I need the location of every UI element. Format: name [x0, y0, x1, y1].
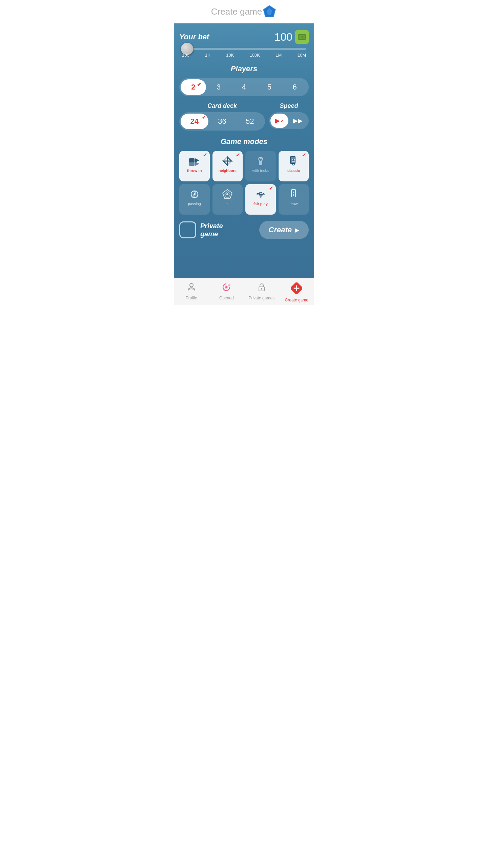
deck-option-24[interactable]: 24✔ — [181, 114, 208, 129]
svg-marker-15 — [223, 157, 227, 161]
mode-classic[interactable]: classic — [279, 151, 309, 181]
draw-icon — [287, 188, 300, 200]
svg-rect-18 — [259, 161, 262, 165]
nav-profile-label: Profile — [186, 296, 197, 300]
create-game-icon — [291, 282, 302, 296]
bet-value-row: 100 $ — [274, 30, 309, 44]
players-selector: 2✔ 3 4 5 6 — [179, 78, 309, 96]
mode-with-tricks[interactable]: with tricks — [245, 151, 276, 181]
opened-svg — [222, 282, 231, 292]
speed-section: Speed ▶✔ ▶▶ — [269, 102, 309, 129]
card-deck-section: Card deck 24✔ 36 52 — [179, 102, 265, 131]
private-game-checkbox[interactable] — [179, 221, 196, 238]
mode-neighbors-label: neighbors — [219, 169, 237, 173]
classic-icon — [287, 155, 300, 167]
mode-all[interactable]: all — [212, 184, 243, 215]
svg-point-38 — [225, 286, 227, 288]
bet-label: Your bet — [179, 33, 209, 41]
svg-marker-10 — [195, 158, 199, 162]
svg-rect-11 — [189, 162, 195, 166]
private-game-label: Private game — [200, 222, 223, 238]
svg-point-33 — [190, 283, 193, 287]
nav-opened-label: Opened — [219, 296, 234, 300]
nav-opened[interactable]: Opened — [209, 281, 244, 304]
gem-icon — [262, 4, 277, 19]
deck-option-52[interactable]: 52 — [236, 114, 264, 129]
player-option-5[interactable]: 5 — [257, 79, 282, 95]
speed-fast[interactable]: ▶▶ — [288, 114, 307, 128]
mode-classic-label: classic — [287, 169, 300, 173]
nav-private-games-label: Private games — [248, 296, 274, 300]
passing-icon — [188, 188, 201, 200]
svg-point-28 — [226, 193, 228, 195]
deck-option-36[interactable]: 36 — [208, 114, 236, 129]
slider-labels: 100 1K 10K 100K 1M 10M — [179, 53, 309, 58]
bet-value: 100 — [274, 31, 292, 43]
create-button-arrow: ▶ — [295, 227, 299, 233]
mode-passing[interactable]: passing — [179, 184, 210, 215]
mode-passing-label: passing — [188, 202, 201, 206]
money-svg: $ — [297, 32, 307, 42]
mode-all-label: all — [226, 202, 229, 206]
main-content: Your bet 100 $ 100 1K 10K 100K — [174, 23, 314, 278]
player-option-6[interactable]: 6 — [282, 79, 307, 95]
slider-track — [182, 48, 306, 50]
private-games-icon — [257, 282, 266, 294]
bet-slider[interactable]: 100 1K 10K 100K 1M 10M — [179, 48, 309, 58]
page-title: Create game — [211, 6, 262, 17]
header: Create game — [174, 0, 314, 23]
opened-icon — [222, 282, 231, 294]
money-icon: $ — [295, 30, 309, 44]
mode-throw-in[interactable]: throw-in — [179, 151, 210, 181]
slider-label-100: 100 — [182, 53, 189, 58]
svg-point-36 — [190, 287, 192, 289]
speed-selector: ▶✔ ▶▶ — [269, 112, 309, 129]
mode-draw-label: draw — [289, 202, 298, 206]
slider-label-10m: 10M — [298, 53, 306, 58]
speed-normal[interactable]: ▶✔ — [270, 114, 288, 128]
player-option-3[interactable]: 3 — [206, 79, 231, 95]
slider-label-1k: 1K — [205, 53, 210, 58]
slider-label-10k: 10K — [226, 53, 234, 58]
nav-profile[interactable]: Profile — [174, 281, 209, 304]
svg-point-31 — [293, 192, 294, 193]
svg-marker-14 — [223, 161, 227, 165]
player-option-2[interactable]: 2✔ — [181, 79, 206, 95]
player-option-4[interactable]: 4 — [231, 79, 257, 95]
profile-icon — [187, 282, 196, 294]
nav-create-game[interactable]: Create game — [279, 281, 314, 304]
svg-point-40 — [228, 284, 230, 286]
mode-fair-play[interactable]: fair play — [245, 184, 276, 215]
game-modes-title: Game modes — [179, 137, 309, 146]
mode-with-tricks-label: with tricks — [252, 169, 269, 173]
bottom-nav: Profile Opened Private games — [174, 278, 314, 305]
all-icon — [221, 188, 233, 200]
private-game-section: Private game — [179, 221, 223, 238]
mode-neighbors[interactable]: neighbors — [212, 151, 243, 181]
svg-rect-30 — [291, 190, 296, 197]
nav-private-games[interactable]: Private games — [244, 281, 279, 304]
mode-draw[interactable]: draw — [279, 184, 309, 215]
svg-point-42 — [261, 288, 262, 290]
private-games-svg — [257, 282, 266, 292]
game-modes-grid: throw-in neighbors with tricks — [179, 151, 309, 215]
speed-label: Speed — [269, 102, 309, 110]
create-button[interactable]: Create ▶ — [259, 221, 309, 239]
svg-point-32 — [293, 194, 294, 196]
nav-create-game-label: Create game — [285, 298, 308, 302]
svg-point-23 — [292, 159, 295, 162]
players-title: Players — [179, 64, 309, 73]
svg-rect-20 — [259, 157, 262, 158]
card-deck-label: Card deck — [179, 102, 265, 110]
deck-selector: 24✔ 36 52 — [179, 112, 265, 131]
neighbors-icon — [221, 155, 233, 167]
svg-point-25 — [194, 193, 196, 195]
mode-fair-play-label: fair play — [253, 202, 268, 206]
with-tricks-icon — [255, 155, 267, 167]
bet-row: Your bet 100 $ — [179, 30, 309, 44]
svg-marker-12 — [195, 162, 199, 166]
svg-point-35 — [192, 288, 195, 290]
profile-svg — [187, 282, 196, 292]
slider-label-1m: 1M — [276, 53, 282, 58]
create-button-label: Create — [269, 225, 292, 234]
